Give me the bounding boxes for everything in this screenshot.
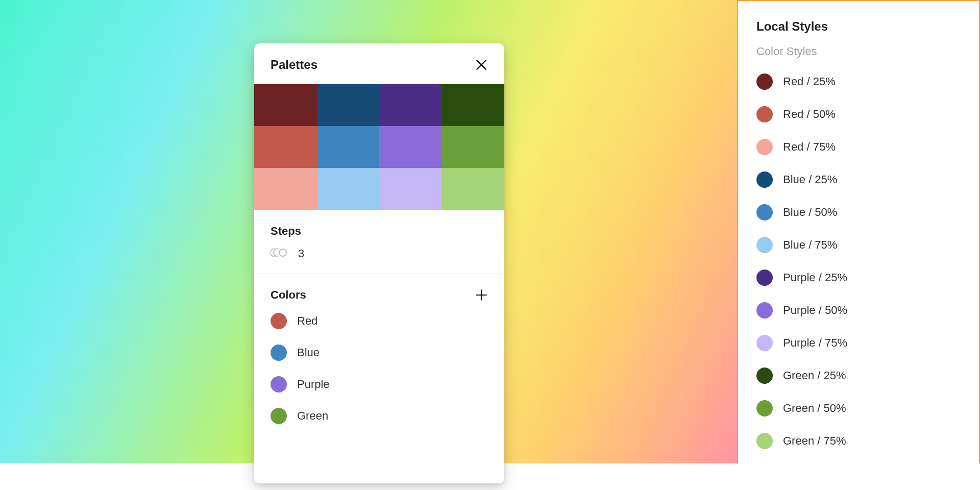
style-swatch-icon	[756, 139, 773, 155]
palette-swatch[interactable]	[442, 84, 505, 126]
color-swatch-icon	[271, 345, 287, 361]
palette-grid-row	[254, 168, 504, 210]
style-swatch-icon	[756, 335, 773, 351]
color-swatch-icon	[271, 313, 287, 329]
palette-swatch[interactable]	[379, 126, 442, 168]
color-item[interactable]: Green	[271, 408, 488, 424]
color-item[interactable]: Purple	[271, 376, 488, 393]
local-style-label: Purple / 25%	[783, 271, 847, 284]
add-color-button[interactable]	[475, 288, 488, 302]
style-swatch-icon	[756, 172, 773, 188]
local-style-item[interactable]: Purple / 75%	[756, 335, 961, 351]
style-swatch-icon	[756, 204, 773, 220]
steps-row[interactable]: 3	[271, 247, 488, 260]
local-style-item[interactable]: Purple / 25%	[756, 270, 961, 286]
local-style-label: Red / 25%	[783, 75, 836, 88]
palettes-header: Palettes	[254, 43, 504, 84]
palettes-title: Palettes	[271, 58, 317, 72]
local-style-item[interactable]: Green / 75%	[756, 433, 961, 449]
local-style-item[interactable]: Blue / 75%	[756, 237, 961, 253]
local-style-label: Red / 75%	[783, 140, 836, 154]
local-styles-panel: Local Styles Color Styles Red / 25%Red /…	[737, 0, 980, 463]
steps-section: Steps 3	[254, 210, 504, 274]
palette-swatch[interactable]	[379, 168, 442, 210]
color-item-label: Blue	[297, 346, 320, 359]
palette-swatch[interactable]	[442, 168, 505, 210]
steps-value: 3	[298, 247, 304, 260]
color-item[interactable]: Red	[271, 313, 488, 329]
palette-swatch[interactable]	[254, 84, 317, 126]
palette-swatch[interactable]	[317, 84, 380, 126]
local-style-item[interactable]: Red / 25%	[756, 74, 961, 90]
style-swatch-icon	[756, 270, 773, 286]
colors-section: Colors RedBluePurpleGreen	[254, 274, 504, 437]
style-swatch-icon	[756, 74, 773, 90]
local-styles-title: Local Styles	[756, 19, 961, 34]
local-style-label: Purple / 50%	[783, 304, 847, 317]
local-style-item[interactable]: Green / 25%	[756, 368, 961, 384]
color-swatch-icon	[271, 376, 287, 393]
color-styles-subtitle: Color Styles	[756, 45, 961, 58]
local-style-item[interactable]: Purple / 50%	[756, 302, 961, 318]
style-swatch-icon	[756, 368, 773, 384]
local-style-label: Blue / 50%	[783, 206, 837, 219]
local-style-label: Red / 50%	[783, 108, 836, 121]
local-style-item[interactable]: Red / 50%	[756, 106, 961, 122]
svg-point-2	[279, 249, 286, 256]
palette-grid-row	[254, 126, 504, 168]
palette-swatch[interactable]	[254, 168, 317, 210]
steps-icon	[271, 248, 287, 260]
local-style-label: Green / 25%	[783, 369, 846, 382]
local-style-item[interactable]: Green / 50%	[756, 400, 961, 416]
palette-swatch[interactable]	[442, 126, 505, 168]
color-swatch-icon	[271, 408, 287, 424]
local-style-item[interactable]: Blue / 50%	[756, 204, 961, 220]
local-style-label: Blue / 25%	[783, 173, 837, 186]
color-list: RedBluePurpleGreen	[271, 313, 488, 424]
style-swatch-icon	[756, 302, 773, 318]
palettes-panel: Palettes Steps 3 Colors	[254, 43, 504, 483]
palette-swatch[interactable]	[254, 126, 317, 168]
color-item-label: Purple	[297, 378, 330, 391]
local-style-label: Green / 50%	[783, 402, 846, 415]
palette-grid	[254, 84, 504, 210]
local-style-label: Purple / 75%	[783, 336, 847, 350]
palette-grid-row	[254, 84, 504, 126]
palette-swatch[interactable]	[317, 168, 380, 210]
style-swatch-icon	[756, 237, 773, 253]
color-item-label: Red	[297, 314, 317, 328]
steps-label: Steps	[271, 225, 488, 238]
style-swatch-icon	[756, 433, 773, 449]
style-swatch-icon	[756, 400, 773, 416]
local-styles-list: Red / 25%Red / 50%Red / 75%Blue / 25%Blu…	[756, 74, 961, 449]
local-style-item[interactable]: Blue / 25%	[756, 172, 961, 188]
palette-swatch[interactable]	[317, 126, 380, 168]
color-item-label: Green	[297, 409, 328, 423]
palette-swatch[interactable]	[379, 84, 442, 126]
close-icon[interactable]	[475, 58, 488, 71]
colors-label: Colors	[271, 288, 306, 302]
local-style-item[interactable]: Red / 75%	[756, 139, 961, 155]
local-style-label: Blue / 75%	[783, 238, 837, 252]
local-style-label: Green / 75%	[783, 434, 846, 448]
color-item[interactable]: Blue	[271, 345, 488, 361]
style-swatch-icon	[756, 106, 773, 122]
